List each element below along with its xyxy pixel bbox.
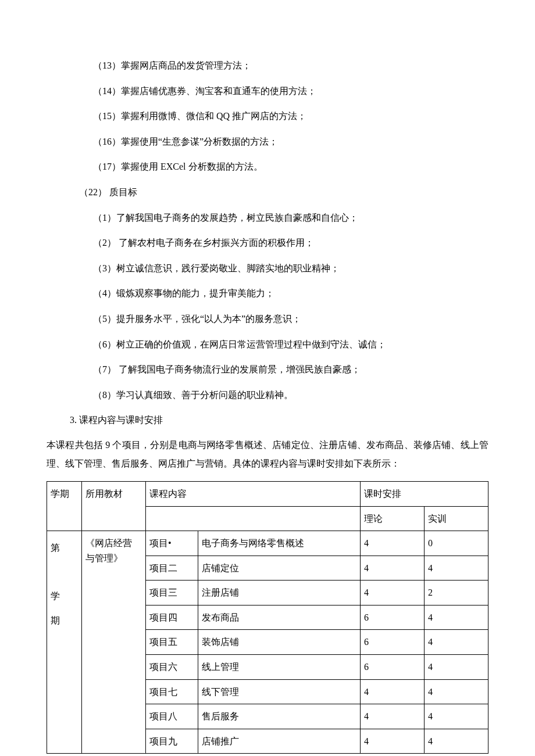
cell-theory: 4 xyxy=(361,704,425,729)
course-schedule-table: 学期 所用教材 课程内容 课时安排 理论 实训 第 学 期 《网店经营 与管理》… xyxy=(47,481,488,754)
th-practice: 实训 xyxy=(425,506,488,531)
text: 学 xyxy=(51,591,60,601)
cell-practice: 4 xyxy=(425,729,488,754)
cell-textbook: 《网店经营 与管理》 xyxy=(82,531,146,754)
text: 第 xyxy=(51,543,60,553)
cell-theory: 4 xyxy=(361,729,425,754)
cell-project: 项目九 xyxy=(146,729,198,754)
text: 《网店经营 xyxy=(85,538,132,548)
section-intro: 本课程共包括 9 个项目，分别是电商与网络零售概述、店铺定位、注册店铺、发布商品… xyxy=(47,436,488,473)
cell-name: 电子商务与网络零售概述 xyxy=(198,531,361,556)
cell-name: 装饰店铺 xyxy=(198,630,361,655)
cell-project: 项目七 xyxy=(146,679,198,704)
cell-theory: 6 xyxy=(361,605,425,630)
cell-theory: 6 xyxy=(361,630,425,655)
cell-theory: 4 xyxy=(361,556,425,581)
cell-semester: 第 学 期 xyxy=(47,531,82,754)
cell-theory: 4 xyxy=(361,581,425,605)
list-item: （1）了解我国电子商务的发展趋势，树立民族自豪感和自信心； xyxy=(47,210,488,225)
cell-practice: 4 xyxy=(425,605,488,630)
list-item: （17）掌握使用 EXCel 分析数据的方法。 xyxy=(47,159,488,174)
cell-project: 项目二 xyxy=(146,556,198,581)
list-item: （5）提升服务水平，强化“以人为本”的服务意识； xyxy=(47,311,488,327)
th-theory: 理论 xyxy=(361,506,425,531)
th-semester: 学期 xyxy=(47,481,82,531)
table-header-row-1: 学期 所用教材 课程内容 课时安排 xyxy=(47,481,488,506)
cell-name: 线上管理 xyxy=(198,655,361,680)
table-row: 第 学 期 《网店经营 与管理》 项目• 电子商务与网络零售概述 4 0 xyxy=(47,531,488,556)
cell-theory: 4 xyxy=(361,531,425,556)
text: 与管理》 xyxy=(85,553,123,563)
list-item: （16）掌握使用“生意参谋”分析数据的方法； xyxy=(47,134,488,149)
list-item: （15）掌握利用微博、微信和 QQ 推广网店的方法； xyxy=(47,109,488,124)
cell-name: 线下管理 xyxy=(198,679,361,704)
cell-practice: 4 xyxy=(425,679,488,704)
cell-name: 店铺推广 xyxy=(198,729,361,754)
list-item: （6）树立正确的价值观，在网店日常运营管理过程中做到守法、诚信； xyxy=(47,337,488,352)
list-item: （8）学习认真细致、善于分析问题的职业精神。 xyxy=(47,388,488,403)
cell-project: 项目三 xyxy=(146,581,198,605)
cell-project: 项目五 xyxy=(146,630,198,655)
list-item: （13）掌握网店商品的发货管理方法； xyxy=(47,58,488,73)
cell-name: 售后服务 xyxy=(198,704,361,729)
cell-practice: 2 xyxy=(425,581,488,605)
cell-project: 项目六 xyxy=(146,655,198,680)
th-schedule: 课时安排 xyxy=(361,481,488,506)
subheading-quality-goals: （22） 质目标 xyxy=(47,185,488,200)
cell-name: 注册店铺 xyxy=(198,581,361,605)
cell-practice: 4 xyxy=(425,630,488,655)
list-item: （3）树立诚信意识，践行爱岗敬业、脚踏实地的职业精神； xyxy=(47,261,488,276)
cell-practice: 0 xyxy=(425,531,488,556)
list-item: （4）锻炼观察事物的能力，提升审美能力； xyxy=(47,286,488,301)
list-item: （14）掌握店铺优惠券、淘宝客和直通车的使用方法； xyxy=(47,84,488,99)
cell-name: 店铺定位 xyxy=(198,556,361,581)
cell-practice: 4 xyxy=(425,655,488,680)
cell-practice: 4 xyxy=(425,704,488,729)
th-content-sub-1 xyxy=(146,506,198,531)
cell-project: 项目四 xyxy=(146,605,198,630)
text: 期 xyxy=(51,615,60,625)
cell-project: 项目• xyxy=(146,531,198,556)
cell-theory: 4 xyxy=(361,679,425,704)
cell-name: 发布商品 xyxy=(198,605,361,630)
th-content-sub-2 xyxy=(198,506,361,531)
cell-project: 项目八 xyxy=(146,704,198,729)
section-heading-3: 3. 课程内容与课时安排 xyxy=(47,413,488,428)
list-item: （2） 了解农村电子商务在乡村振兴方面的积极作用； xyxy=(47,235,488,250)
list-item: （7） 了解我国电子商务物流行业的发展前景，增强民族自豪感； xyxy=(47,362,488,377)
th-content: 课程内容 xyxy=(146,481,361,506)
cell-practice: 4 xyxy=(425,556,488,581)
th-textbook: 所用教材 xyxy=(82,481,146,531)
list-knowledge-goals: （13）掌握网店商品的发货管理方法； （14）掌握店铺优惠券、淘宝客和直通车的使… xyxy=(47,58,488,174)
cell-theory: 6 xyxy=(361,655,425,680)
list-quality-goals: （1）了解我国电子商务的发展趋势，树立民族自豪感和自信心； （2） 了解农村电子… xyxy=(47,210,488,403)
document-page: （13）掌握网店商品的发货管理方法； （14）掌握店铺优惠券、淘宝客和直通车的使… xyxy=(0,0,535,756)
